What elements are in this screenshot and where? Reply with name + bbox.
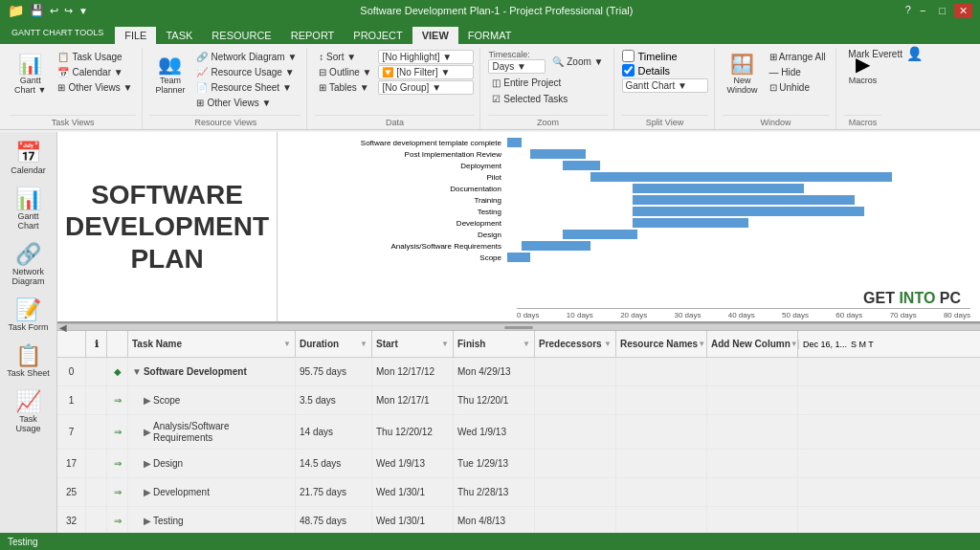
addcol-icon: ▼ <box>791 340 798 348</box>
timescale-select[interactable]: Days ▼ <box>488 59 546 74</box>
undo-btn[interactable]: ↩ <box>50 5 58 17</box>
timeline-checkbox[interactable] <box>622 50 635 62</box>
filter-btn[interactable]: 🔽 [No Filter] ▼ <box>378 65 474 79</box>
window-col: ⊞ Arrange All — Hide ⊡ Unhide <box>766 50 830 95</box>
task-usage-btn[interactable]: 📋 Task Usage <box>54 50 136 64</box>
task-usage-icon: 📋 <box>57 52 69 62</box>
zoom-btn[interactable]: 🔍 Zoom ▼ <box>548 50 607 74</box>
expand-icon-25[interactable]: ▶ <box>144 487 151 497</box>
new-window-btn[interactable]: 🪟 NewWindow <box>723 50 763 98</box>
other-views-btn[interactable]: ⊞ Other Views ▼ <box>54 80 136 95</box>
quick-save[interactable]: 💾 <box>30 4 44 17</box>
expand-icon-32[interactable]: ▶ <box>144 516 151 526</box>
th-start[interactable]: Start ▼ <box>372 331 454 357</box>
split-view-content: Timeline Details Gantt Chart ▼ <box>622 50 708 115</box>
close-btn[interactable]: ✕ <box>954 4 972 18</box>
gantt-chart-btn[interactable]: 📊 GanttChart ▼ <box>10 50 51 98</box>
sidebar-item-taskform[interactable]: 📝 Task Form <box>4 293 54 337</box>
team-planner-btn[interactable]: 👥 TeamPlanner <box>150 50 189 98</box>
selected-tasks-btn[interactable]: ☑ Selected Tasks <box>488 92 571 106</box>
th-finish[interactable]: Finish ▼ <box>454 331 535 357</box>
sidebar-item-taskusage[interactable]: 📈 Task Usage <box>4 385 54 438</box>
td-addcol-32 <box>707 507 798 535</box>
resource-sheet-btn[interactable]: 📄 Resource Sheet ▼ <box>192 80 301 95</box>
sidebar-item-network[interactable]: 🔗 Network Diagram <box>4 237 54 291</box>
unhide-btn[interactable]: ⊡ Unhide <box>766 80 830 95</box>
th-info: ℹ <box>86 331 107 357</box>
td-name-7[interactable]: ▶ Analysis/Software Requirements <box>128 415 296 449</box>
gantt-timeline-header: Dec 16, 1... S M T <box>798 340 980 349</box>
th-duration[interactable]: Duration ▼ <box>296 331 372 357</box>
outline-btn[interactable]: ⊟ Outline ▼ <box>315 65 375 79</box>
td-info-1 <box>86 386 107 414</box>
redo-btn[interactable]: ↪ <box>64 5 73 17</box>
user-icon[interactable]: 👤 <box>906 46 923 61</box>
bar-track-5 <box>507 195 970 205</box>
td-name-32[interactable]: ▶ Testing <box>128 507 296 535</box>
help-btn[interactable]: ? <box>905 4 911 18</box>
tab-format[interactable]: FORMAT <box>458 27 522 44</box>
th-mode <box>107 331 128 357</box>
td-name-17[interactable]: ▶ Design <box>128 450 296 477</box>
details-checkbox[interactable] <box>622 64 635 77</box>
th-addcol[interactable]: Add New Column ▼ <box>707 331 798 357</box>
mode-icon-0: ◆ <box>114 366 122 377</box>
restore-btn[interactable]: □ <box>934 4 950 18</box>
group-btn[interactable]: [No Group] ▼ <box>378 80 474 95</box>
tables-btn[interactable]: ⊞ Tables ▼ <box>315 80 375 95</box>
finish-sort-icon: ▼ <box>523 340 530 348</box>
axis-60: 60 days <box>835 311 862 319</box>
other-views2-btn[interactable]: ⊞ Other Views ▼ <box>192 96 301 110</box>
other-views-icon: ⊞ <box>57 82 65 93</box>
td-name-0[interactable]: ▼ Software Development <box>128 358 296 385</box>
splitter-bar[interactable]: ◀ <box>57 323 980 331</box>
sidebar-item-calendar[interactable]: 📅 Calendar <box>4 136 54 180</box>
tab-view[interactable]: VIEW <box>412 27 458 44</box>
mode-icon-17: ⇒ <box>114 458 122 469</box>
th-taskname[interactable]: Task Name ▼ <box>128 331 296 357</box>
taskform-sidebar-icon: 📝 <box>15 297 41 322</box>
bar-5 <box>633 195 855 205</box>
sidebar-item-tasksheet[interactable]: 📋 Task Sheet <box>4 339 54 383</box>
network-diagram-btn[interactable]: 🔗 Network Diagram ▼ <box>192 50 301 64</box>
highlight-btn[interactable]: [No Highlight] ▼ <box>378 50 474 64</box>
tab-report[interactable]: REPORT <box>281 27 345 44</box>
gantt-date-letters: S M T <box>851 340 874 349</box>
td-duration-7: 14 days <box>296 415 372 449</box>
arrange-btn[interactable]: ⊞ Arrange All <box>766 50 830 64</box>
td-pred-0 <box>535 358 616 385</box>
mode-icon-32: ⇒ <box>114 516 122 526</box>
bar-label-7: Development <box>287 219 507 228</box>
td-info-17 <box>86 450 107 477</box>
tab-file[interactable]: FILE <box>115 27 156 44</box>
bar-row-1: Post Implementation Review <box>287 149 970 159</box>
th-pred[interactable]: Predecessors ▼ <box>535 331 616 357</box>
team-planner-icon: 👥 <box>158 53 182 76</box>
taskname-sort-icon: ▼ <box>283 340 291 348</box>
td-name-25[interactable]: ▶ Development <box>128 478 296 506</box>
resource-usage-btn[interactable]: 📈 Resource Usage ▼ <box>192 65 301 79</box>
bar-label-5: Training <box>287 196 507 205</box>
calendar-btn[interactable]: 📅 Calendar ▼ <box>54 65 136 79</box>
details-label: Details <box>638 65 671 77</box>
tab-task[interactable]: TASK <box>156 27 202 44</box>
tab-project[interactable]: PROJECT <box>344 27 412 44</box>
entire-project-btn[interactable]: ◫ Entire Project <box>488 76 565 90</box>
th-resource[interactable]: Resource Names ▼ <box>616 331 707 357</box>
gantt-axis: 0 days 10 days 20 days 30 days 40 days 5… <box>517 308 970 319</box>
sidebar-item-gantt[interactable]: 📊 Gantt Chart <box>4 182 54 235</box>
expand-icon-17[interactable]: ▶ <box>144 458 151 469</box>
quick-access-more[interactable]: ▼ <box>78 6 88 16</box>
expand-icon-1[interactable]: ▶ <box>144 395 151 406</box>
minimize-btn[interactable]: − <box>915 4 930 18</box>
gantt-chart-select[interactable]: Gantt Chart ▼ <box>622 78 708 93</box>
tab-resource[interactable]: RESOURCE <box>202 27 280 44</box>
scroll-left-btn[interactable]: ◀ <box>59 322 67 333</box>
sort-btn[interactable]: ↕ Sort ▼ <box>315 50 375 64</box>
expand-icon-0[interactable]: ▼ <box>132 366 142 377</box>
gantt-preview: SOFTWAREDEVELOPMENTPLAN Software develop… <box>57 132 980 323</box>
hide-btn[interactable]: — Hide <box>766 65 830 79</box>
expand-icon-7[interactable]: ▶ <box>144 427 151 438</box>
td-addcol-25 <box>707 478 798 506</box>
td-name-1[interactable]: ▶ Scope <box>128 386 296 414</box>
